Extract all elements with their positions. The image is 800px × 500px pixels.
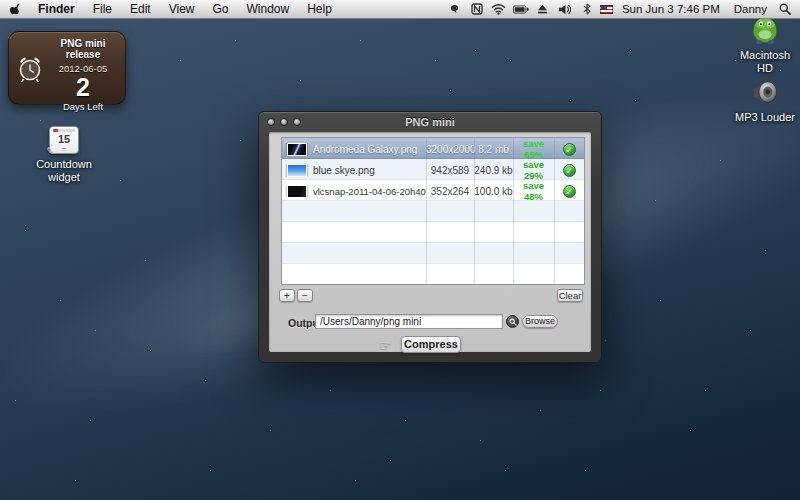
desktop-icon-label: Macintosh HD [733,49,797,75]
add-files-button[interactable]: + [279,289,295,302]
countdown-texts: PNG mini release 2012-06-05 2 Days Left [43,38,123,112]
volume-icon[interactable] [556,2,574,17]
menu-edit[interactable]: Edit [121,0,160,18]
menubar-app-name[interactable]: Finder [29,0,84,18]
empty-row [282,264,584,285]
menubar-right: Sun Jun 3 7:46 PM Danny [446,0,800,18]
save-percent: save 48% [513,180,554,202]
menu-view[interactable]: View [160,0,204,18]
apple-menu[interactable] [0,0,29,18]
wifi-icon[interactable] [490,2,508,17]
menubar-clock[interactable]: Sun Jun 3 7:46 PM [617,3,725,15]
menubar-extra-icon[interactable] [446,2,464,17]
window-content: Andromeda Galaxy.png 3200x2000 8.2 mb sa… [269,132,591,352]
file-size: 100.0 kb [474,186,513,197]
file-name: vlcsnap-2011-04-06-20h40m36s165.png [313,186,426,197]
file-dimensions: 352x264 [426,186,474,197]
window-titlebar[interactable]: PNG mini [259,112,601,132]
table-row[interactable]: Andromeda Galaxy.png 3200x2000 8.2 mb sa… [282,138,584,159]
reveal-path-button[interactable] [506,315,519,328]
battery-icon[interactable] [512,2,530,17]
file-table: Andromeda Galaxy.png 3200x2000 8.2 mb sa… [281,137,585,285]
alarm-clock-icon [16,54,44,88]
file-size: 240.9 kb [474,165,513,176]
empty-row [282,243,584,264]
file-thumbnail [287,185,307,198]
file-name: blue skye.png [313,165,375,176]
countdown-days-label: Days Left [43,101,123,112]
save-percent: save 29% [513,159,554,181]
desktop-icon-mp3-louder[interactable]: MP3 Louder [726,73,800,124]
calendar-widget[interactable]: 15 — ✎ Countdown widget [18,126,110,184]
checkmark-icon: ✓ [563,185,576,198]
png-mini-window: PNG mini Andromeda Galaxy.png 3200x2000 … [258,111,602,363]
checkmark-icon: ✓ [563,164,576,177]
column-divider [513,138,514,284]
countdown-days-number: 2 [43,75,123,100]
save-percent: save 65% [513,138,554,160]
menu-window[interactable]: Window [238,0,299,18]
file-name: Andromeda Galaxy.png [313,144,417,155]
countdown-widget[interactable]: PNG mini release 2012-06-05 2 Days Left [8,31,126,105]
empty-row [282,222,584,243]
file-size: 8.2 mb [474,144,513,155]
calendar-widget-label: Countdown widget [29,158,99,184]
bluetooth-icon[interactable] [578,2,596,17]
calendar-day-number: 15 [50,133,78,145]
us-flag-icon[interactable] [600,5,613,14]
column-divider [554,138,555,284]
countdown-title: PNG mini release [43,38,123,60]
magnifier-icon [509,318,517,326]
empty-row [282,201,584,222]
file-name-cell: vlcsnap-2011-04-06-20h40m36s165.png [282,185,426,198]
file-thumbnail [287,164,307,177]
menubar-left: Finder File Edit View Go Window Help [0,0,341,18]
checkmark-icon: ✓ [563,143,576,156]
column-divider [474,138,475,284]
file-thumbnail [287,143,307,156]
menu-help[interactable]: Help [298,0,341,18]
file-dimensions: 3200x2000 [426,144,474,155]
eject-icon[interactable] [534,2,552,17]
file-name-cell: Andromeda Galaxy.png [282,143,426,156]
compress-button[interactable]: Compress [401,336,461,353]
menu-file[interactable]: File [84,0,121,18]
pencil-icon: ✎ [45,145,54,156]
column-divider [426,138,427,284]
calendar-icon-header [53,129,75,132]
browse-button[interactable]: Browse [522,315,558,328]
menubar-user[interactable]: Danny [729,3,772,15]
menu-go[interactable]: Go [204,0,238,18]
menubar: Finder File Edit View Go Window Help Sun… [0,0,800,19]
apple-icon [10,2,23,16]
remove-files-button[interactable]: − [297,289,313,302]
pointing-hand-icon: ☞ [379,337,392,353]
clear-button[interactable]: Clear [557,289,583,302]
file-name-cell: blue skye.png [282,164,426,177]
table-row[interactable]: blue skye.png 942x589 240.9 kb save 29% … [282,159,584,180]
window-title: PNG mini [259,112,601,132]
spotlight-icon[interactable] [776,2,794,17]
file-dimensions: 942x589 [426,165,474,176]
status-cell: ✓ [554,185,584,198]
calendar-icon: 15 — ✎ [49,126,79,154]
status-cell: ✓ [554,143,584,156]
status-cell: ✓ [554,164,584,177]
input-menu-icon[interactable] [468,2,486,17]
table-row[interactable]: vlcsnap-2011-04-06-20h40m36s165.png 352x… [282,180,584,201]
desktop-icon-macintosh-hd[interactable]: Macintosh HD [726,11,800,75]
desktop-icon-label: MP3 Louder [730,111,800,124]
output-path-input[interactable] [315,314,503,329]
speaker-icon [726,73,800,107]
